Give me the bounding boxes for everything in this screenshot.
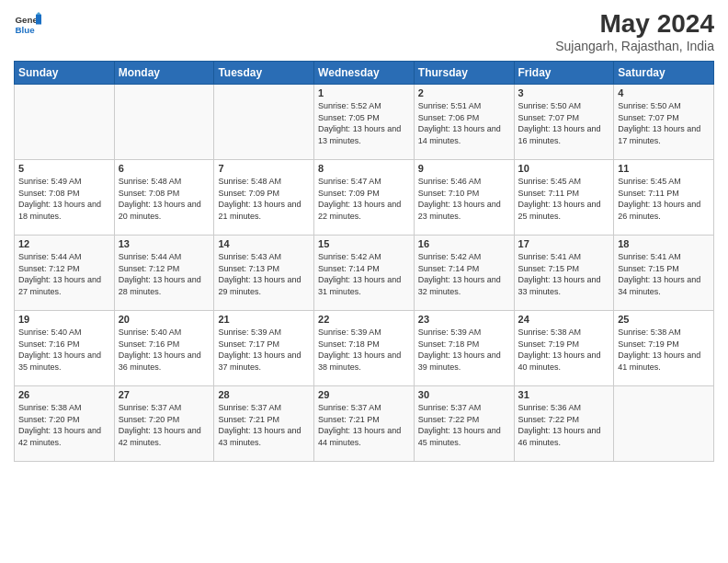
day-number: 9 bbox=[418, 163, 510, 174]
day-number: 7 bbox=[218, 163, 310, 174]
week-row-1: 1Sunrise: 5:52 AM Sunset: 7:05 PM Daylig… bbox=[15, 85, 714, 160]
day-info: Sunrise: 5:38 AM Sunset: 7:19 PM Dayligh… bbox=[618, 327, 710, 373]
day-cell bbox=[614, 386, 714, 462]
day-cell: 11Sunrise: 5:45 AM Sunset: 7:11 PM Dayli… bbox=[614, 160, 714, 236]
day-info: Sunrise: 5:37 AM Sunset: 7:21 PM Dayligh… bbox=[218, 402, 310, 448]
day-number: 31 bbox=[518, 389, 610, 400]
day-cell: 25Sunrise: 5:38 AM Sunset: 7:19 PM Dayli… bbox=[614, 311, 714, 386]
day-number: 3 bbox=[518, 87, 610, 98]
page: General Blue May 2024 Sujangarh, Rajasth… bbox=[0, 0, 728, 563]
day-info: Sunrise: 5:40 AM Sunset: 7:16 PM Dayligh… bbox=[119, 327, 210, 373]
col-header-sunday: Sunday bbox=[15, 62, 115, 85]
day-cell: 8Sunrise: 5:47 AM Sunset: 7:09 PM Daylig… bbox=[314, 160, 415, 236]
header: General Blue May 2024 Sujangarh, Rajasth… bbox=[14, 9, 714, 53]
day-number: 4 bbox=[618, 87, 710, 98]
day-cell: 18Sunrise: 5:41 AM Sunset: 7:15 PM Dayli… bbox=[614, 236, 714, 311]
day-info: Sunrise: 5:38 AM Sunset: 7:19 PM Dayligh… bbox=[518, 327, 610, 373]
day-cell bbox=[214, 85, 314, 160]
day-cell: 23Sunrise: 5:39 AM Sunset: 7:18 PM Dayli… bbox=[414, 311, 514, 386]
day-number: 15 bbox=[318, 238, 410, 249]
day-cell: 15Sunrise: 5:42 AM Sunset: 7:14 PM Dayli… bbox=[314, 236, 415, 311]
day-cell: 24Sunrise: 5:38 AM Sunset: 7:19 PM Dayli… bbox=[514, 311, 614, 386]
day-number: 5 bbox=[18, 163, 110, 174]
month-title: May 2024 bbox=[555, 9, 714, 39]
svg-marker-3 bbox=[36, 12, 41, 15]
day-cell: 26Sunrise: 5:38 AM Sunset: 7:20 PM Dayli… bbox=[15, 386, 115, 462]
day-info: Sunrise: 5:37 AM Sunset: 7:22 PM Dayligh… bbox=[418, 402, 510, 448]
day-info: Sunrise: 5:36 AM Sunset: 7:22 PM Dayligh… bbox=[518, 402, 610, 448]
calendar-header-row: SundayMondayTuesdayWednesdayThursdayFrid… bbox=[15, 62, 714, 85]
day-info: Sunrise: 5:52 AM Sunset: 7:05 PM Dayligh… bbox=[318, 100, 410, 146]
svg-text:Blue: Blue bbox=[16, 25, 36, 35]
day-info: Sunrise: 5:47 AM Sunset: 7:09 PM Dayligh… bbox=[318, 176, 410, 222]
day-number: 21 bbox=[218, 314, 310, 325]
day-number: 18 bbox=[618, 238, 710, 249]
day-info: Sunrise: 5:38 AM Sunset: 7:20 PM Dayligh… bbox=[18, 402, 110, 448]
day-number: 16 bbox=[418, 238, 510, 249]
day-cell: 27Sunrise: 5:37 AM Sunset: 7:20 PM Dayli… bbox=[114, 386, 214, 462]
day-number: 28 bbox=[218, 389, 310, 400]
day-cell: 21Sunrise: 5:39 AM Sunset: 7:17 PM Dayli… bbox=[214, 311, 314, 386]
day-number: 12 bbox=[18, 238, 110, 249]
logo: General Blue bbox=[14, 9, 41, 37]
logo-icon: General Blue bbox=[14, 9, 41, 37]
day-cell: 1Sunrise: 5:52 AM Sunset: 7:05 PM Daylig… bbox=[314, 85, 415, 160]
day-cell: 2Sunrise: 5:51 AM Sunset: 7:06 PM Daylig… bbox=[414, 85, 514, 160]
day-number: 30 bbox=[418, 389, 510, 400]
week-row-5: 26Sunrise: 5:38 AM Sunset: 7:20 PM Dayli… bbox=[15, 386, 714, 462]
day-number: 20 bbox=[119, 314, 210, 325]
day-number: 24 bbox=[518, 314, 610, 325]
day-info: Sunrise: 5:42 AM Sunset: 7:14 PM Dayligh… bbox=[418, 251, 510, 297]
day-cell: 16Sunrise: 5:42 AM Sunset: 7:14 PM Dayli… bbox=[414, 236, 514, 311]
day-cell: 13Sunrise: 5:44 AM Sunset: 7:12 PM Dayli… bbox=[114, 236, 214, 311]
day-info: Sunrise: 5:39 AM Sunset: 7:17 PM Dayligh… bbox=[218, 327, 310, 373]
day-cell: 31Sunrise: 5:36 AM Sunset: 7:22 PM Dayli… bbox=[514, 386, 614, 462]
day-number: 13 bbox=[119, 238, 210, 249]
day-cell: 10Sunrise: 5:45 AM Sunset: 7:11 PM Dayli… bbox=[514, 160, 614, 236]
day-info: Sunrise: 5:45 AM Sunset: 7:11 PM Dayligh… bbox=[518, 176, 610, 222]
day-info: Sunrise: 5:44 AM Sunset: 7:12 PM Dayligh… bbox=[119, 251, 210, 297]
day-cell: 12Sunrise: 5:44 AM Sunset: 7:12 PM Dayli… bbox=[15, 236, 115, 311]
day-number: 25 bbox=[618, 314, 710, 325]
day-cell: 3Sunrise: 5:50 AM Sunset: 7:07 PM Daylig… bbox=[514, 85, 614, 160]
day-number: 2 bbox=[418, 87, 510, 98]
col-header-friday: Friday bbox=[514, 62, 614, 85]
day-info: Sunrise: 5:48 AM Sunset: 7:08 PM Dayligh… bbox=[119, 176, 210, 222]
title-block: May 2024 Sujangarh, Rajasthan, India bbox=[555, 9, 714, 53]
day-number: 14 bbox=[218, 238, 310, 249]
day-info: Sunrise: 5:50 AM Sunset: 7:07 PM Dayligh… bbox=[518, 100, 610, 146]
day-cell: 19Sunrise: 5:40 AM Sunset: 7:16 PM Dayli… bbox=[15, 311, 115, 386]
week-row-3: 12Sunrise: 5:44 AM Sunset: 7:12 PM Dayli… bbox=[15, 236, 714, 311]
day-number: 29 bbox=[318, 389, 410, 400]
day-info: Sunrise: 5:49 AM Sunset: 7:08 PM Dayligh… bbox=[18, 176, 110, 222]
day-info: Sunrise: 5:43 AM Sunset: 7:13 PM Dayligh… bbox=[218, 251, 310, 297]
col-header-wednesday: Wednesday bbox=[314, 62, 415, 85]
day-number: 6 bbox=[119, 163, 210, 174]
col-header-tuesday: Tuesday bbox=[214, 62, 314, 85]
location: Sujangarh, Rajasthan, India bbox=[555, 39, 714, 53]
day-info: Sunrise: 5:44 AM Sunset: 7:12 PM Dayligh… bbox=[18, 251, 110, 297]
week-row-4: 19Sunrise: 5:40 AM Sunset: 7:16 PM Dayli… bbox=[15, 311, 714, 386]
day-number: 19 bbox=[18, 314, 110, 325]
col-header-thursday: Thursday bbox=[414, 62, 514, 85]
day-number: 1 bbox=[318, 87, 410, 98]
col-header-saturday: Saturday bbox=[614, 62, 714, 85]
day-cell: 17Sunrise: 5:41 AM Sunset: 7:15 PM Dayli… bbox=[514, 236, 614, 311]
day-number: 22 bbox=[318, 314, 410, 325]
day-number: 23 bbox=[418, 314, 510, 325]
col-header-monday: Monday bbox=[114, 62, 214, 85]
day-cell: 14Sunrise: 5:43 AM Sunset: 7:13 PM Dayli… bbox=[214, 236, 314, 311]
day-cell: 4Sunrise: 5:50 AM Sunset: 7:07 PM Daylig… bbox=[614, 85, 714, 160]
day-info: Sunrise: 5:39 AM Sunset: 7:18 PM Dayligh… bbox=[318, 327, 410, 373]
day-number: 26 bbox=[18, 389, 110, 400]
week-row-2: 5Sunrise: 5:49 AM Sunset: 7:08 PM Daylig… bbox=[15, 160, 714, 236]
day-info: Sunrise: 5:41 AM Sunset: 7:15 PM Dayligh… bbox=[518, 251, 610, 297]
day-number: 27 bbox=[119, 389, 210, 400]
svg-marker-2 bbox=[36, 15, 41, 25]
day-info: Sunrise: 5:48 AM Sunset: 7:09 PM Dayligh… bbox=[218, 176, 310, 222]
day-cell: 29Sunrise: 5:37 AM Sunset: 7:21 PM Dayli… bbox=[314, 386, 415, 462]
day-cell: 28Sunrise: 5:37 AM Sunset: 7:21 PM Dayli… bbox=[214, 386, 314, 462]
day-info: Sunrise: 5:42 AM Sunset: 7:14 PM Dayligh… bbox=[318, 251, 410, 297]
day-cell: 6Sunrise: 5:48 AM Sunset: 7:08 PM Daylig… bbox=[114, 160, 214, 236]
day-info: Sunrise: 5:37 AM Sunset: 7:21 PM Dayligh… bbox=[318, 402, 410, 448]
